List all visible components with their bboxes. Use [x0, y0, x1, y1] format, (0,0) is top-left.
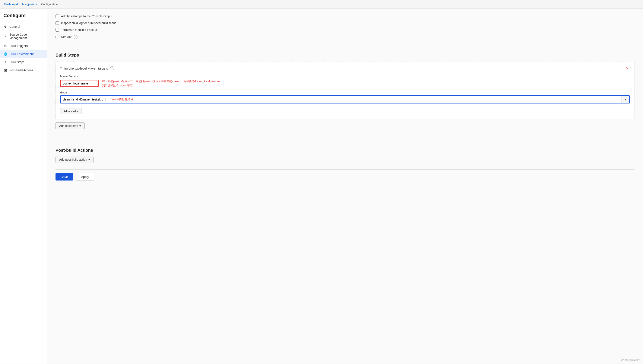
sidebar-item-build-triggers[interactable]: ◷ Build Triggers: [0, 42, 47, 50]
add-build-step-label: Add build step: [59, 124, 78, 128]
main-content: Add timestamps to the Console Output Ins…: [47, 8, 643, 364]
sidebar-item-source-code[interactable]: ⑂ Source Code Management: [0, 31, 47, 42]
post-build-section: Post-build Actions Add post-build action…: [56, 146, 634, 163]
build-steps-section: Build Steps ≡ Invoke top-level Maven tar…: [56, 50, 634, 136]
card-close-button[interactable]: ×: [625, 66, 630, 71]
checkbox-withant-row: With Ant ?: [56, 33, 634, 40]
breadcrumb-current: Configuration: [41, 2, 58, 6]
sidebar-item-post-build[interactable]: ▣ Post-build Actions: [0, 66, 47, 74]
sidebar: Configure ⚙ General ⑂ Source Code Manage…: [0, 8, 47, 364]
options-section: Add timestamps to the Console Output Ins…: [56, 13, 634, 40]
build-step-card: ≡ Invoke top-level Maven targets ? × Mav…: [56, 61, 634, 119]
maven-version-select[interactable]: docker_local_maven: [60, 80, 99, 87]
advanced-chevron-icon: ▾: [77, 110, 79, 113]
sidebar-item-build-steps[interactable]: ≡ Build Steps: [0, 58, 47, 66]
separator-1: ›: [20, 2, 21, 6]
breadcrumb-dashboard[interactable]: Dashboard: [4, 2, 18, 6]
goals-input-row: maven的打包命令 ▼: [60, 95, 630, 104]
goals-input[interactable]: [61, 96, 108, 103]
goals-dropdown-button[interactable]: ▼: [621, 96, 629, 103]
globe-icon: 🌐: [4, 52, 7, 56]
sidebar-label-general: General: [10, 25, 20, 28]
build-steps-heading: Build Steps: [56, 50, 634, 58]
breadcrumb: Dashboard › test_jenkins › Configuration: [0, 0, 643, 8]
card-header-left: ≡ Invoke top-level Maven targets ?: [60, 66, 114, 70]
checkbox-terminate-row: Terminate a build if it's stuck: [56, 26, 634, 33]
sidebar-label-build-triggers: Build Triggers: [10, 44, 28, 48]
drag-handle-icon[interactable]: ≡: [60, 66, 62, 70]
checkbox-inspect[interactable]: [56, 21, 59, 25]
clock-icon: ◷: [4, 44, 7, 48]
sidebar-title: Configure: [0, 13, 47, 22]
maven-version-row: docker_local_maven 在上面的jenkins配置环节，我们的je…: [60, 79, 630, 88]
post-build-heading: Post-build Actions: [56, 146, 634, 153]
checkbox-terminate[interactable]: [56, 28, 59, 32]
apply-button[interactable]: Apply: [76, 173, 94, 180]
separator-2: ›: [39, 2, 40, 6]
sidebar-label-build-environment: Build Environment: [10, 52, 34, 56]
card-title: Invoke top-level Maven targets: [64, 66, 108, 70]
add-build-step-dropdown-icon: ▾: [80, 124, 81, 128]
add-post-build-button[interactable]: Add post-build action ▾: [56, 156, 94, 163]
branch-icon: ⑂: [4, 34, 7, 38]
checkbox-timestamps[interactable]: [56, 14, 59, 18]
goals-annotation: maven的打包命令: [108, 96, 621, 103]
goals-group: Goals maven的打包命令 ▼: [60, 91, 630, 104]
checkbox-terminate-label: Terminate a build if it's stuck: [61, 28, 99, 32]
checkbox-timestamps-label: Add timestamps to the Console Output: [61, 14, 112, 18]
maven-version-label: Maven Version: [60, 75, 630, 78]
card-header: ≡ Invoke top-level Maven targets ? ×: [60, 66, 630, 71]
divider-1: [56, 47, 634, 47]
goals-label: Goals: [60, 91, 630, 94]
checkbox-timestamps-row: Add timestamps to the Console Output: [56, 13, 634, 20]
maven-version-group: Maven Version docker_local_maven 在上面的jen…: [60, 75, 630, 88]
gear-icon: ⚙: [4, 25, 7, 28]
footer-buttons: Save Apply: [56, 173, 634, 187]
withant-help-icon[interactable]: ?: [74, 35, 78, 39]
sidebar-label-build-steps: Build Steps: [10, 60, 25, 64]
sidebar-item-general[interactable]: ⚙ General: [0, 22, 47, 31]
add-post-build-dropdown-icon: ▾: [88, 158, 90, 161]
sidebar-item-build-environment[interactable]: 🌐 Build Environment: [0, 50, 47, 58]
breadcrumb-project[interactable]: test_jenkins: [22, 2, 37, 6]
checkbox-inspect-label: Inspect build log for published build sc…: [61, 21, 116, 25]
checkbox-withant-label: With Ant: [61, 35, 72, 38]
checkbox-inspect-row: Inspect build log for published build sc…: [56, 20, 634, 26]
sidebar-label-post-build: Post-build Actions: [10, 68, 33, 72]
sidebar-label-source-code: Source Code Management: [10, 33, 43, 40]
add-post-build-label: Add post-build action: [59, 158, 87, 161]
add-build-step-button[interactable]: Add build step ▾: [56, 122, 85, 129]
maven-version-annotation: 在上面的jenkins配置环节，我们的jenkins使用了容器中的maven，名…: [102, 79, 220, 88]
watermark: CSDN @风格777: [621, 359, 639, 362]
save-button[interactable]: Save: [56, 173, 73, 180]
divider-2: [56, 142, 634, 142]
checkbox-withant[interactable]: [56, 36, 58, 38]
advanced-button[interactable]: Advanced ▾: [60, 108, 82, 114]
box-icon: ▣: [4, 68, 7, 72]
list-icon: ≡: [4, 60, 7, 64]
advanced-label: Advanced: [64, 110, 76, 113]
card-help-icon[interactable]: ?: [110, 66, 114, 70]
